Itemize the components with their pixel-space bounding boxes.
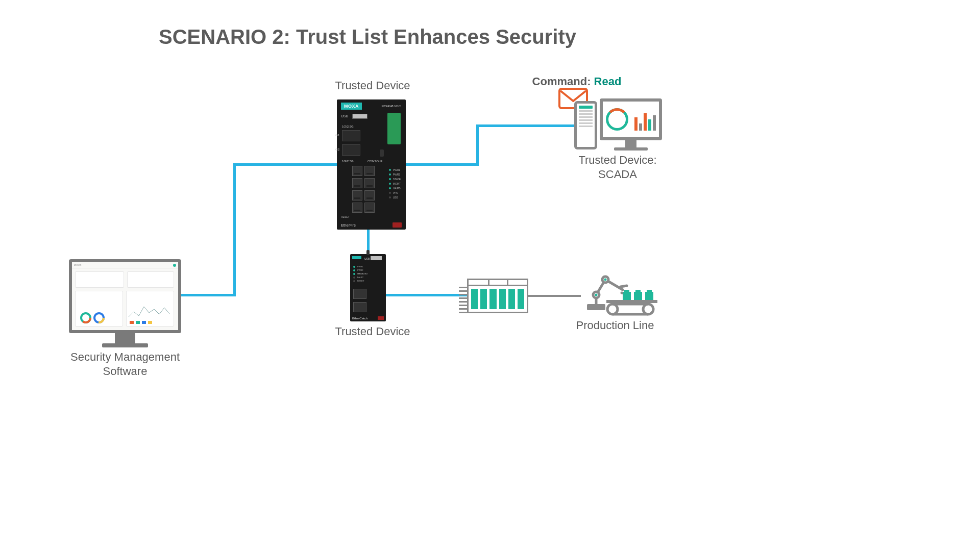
label-production: Production Line — [551, 318, 679, 333]
svg-rect-6 — [142, 321, 146, 324]
catch-brand: EtherCatch — [352, 317, 368, 320]
switch-reset-label: RESET — [341, 215, 350, 218]
svg-rect-19 — [623, 292, 631, 300]
conn-rack-robot — [527, 295, 581, 297]
diagram-title: SCENARIO 2: Trust List Enhances Security — [0, 26, 735, 48]
svg-rect-22 — [624, 290, 629, 292]
label-scada: Trusted Device: SCADA — [549, 153, 687, 181]
switch-power-label: 12/24/48 VDC — [381, 105, 401, 108]
conn-scada-h2 — [476, 124, 578, 127]
svg-rect-4 — [130, 321, 134, 324]
svg-rect-24 — [647, 290, 652, 292]
svg-rect-21 — [645, 292, 653, 300]
svg-rect-7 — [148, 321, 152, 324]
label-trusted-top: Trusted Device — [301, 79, 444, 93]
catch-device-icon: USB PWR1PWR2MANAGEDFAULTRESET EtherCatch — [350, 254, 386, 321]
svg-point-11 — [595, 294, 598, 296]
svg-rect-20 — [634, 292, 642, 300]
conn-scada-h1 — [405, 163, 479, 166]
scada-icon — [574, 98, 664, 155]
rack-icon — [467, 279, 528, 314]
svg-rect-5 — [136, 321, 140, 324]
command-prefix: Command: — [532, 75, 594, 88]
label-trusted-bottom: Trusted Device — [301, 324, 444, 339]
switch-device-icon: MOXA 12/24/48 VDC USB 1G/2.5G G1 G2 1G/2… — [337, 99, 406, 230]
svg-point-15 — [607, 304, 618, 314]
command-label: Command: Read — [516, 74, 638, 89]
robot-arm-icon — [577, 270, 658, 316]
svg-rect-14 — [606, 300, 657, 303]
svg-rect-13 — [587, 304, 605, 310]
conn-sms-to-switch — [233, 163, 338, 166]
svg-rect-23 — [635, 290, 641, 292]
conn-sms-v — [233, 163, 236, 296]
sms-monitor-icon: MXSDC — [69, 259, 181, 347]
label-sms: Security Management Software — [48, 350, 202, 378]
svg-point-16 — [643, 304, 653, 314]
switch-brand: EtherFire — [341, 223, 356, 227]
conn-sms-h — [181, 294, 236, 296]
switch-usb-label: USB — [341, 114, 348, 118]
command-value: Read — [594, 75, 622, 88]
svg-point-12 — [604, 279, 607, 281]
switch-logo: MOXA — [341, 103, 362, 110]
catch-usb-label: USB — [364, 257, 370, 260]
conn-catch-rack — [385, 294, 468, 296]
conn-scada-v — [476, 124, 479, 166]
